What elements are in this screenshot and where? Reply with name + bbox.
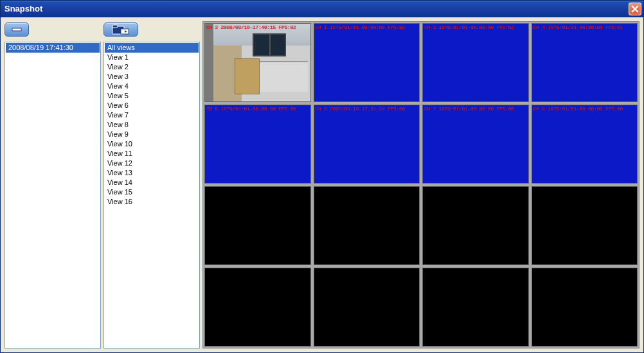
video-cell[interactable]: CH 6 2008/08/19-17:31:24 FPS:00 (314, 105, 420, 184)
window-title: Snapshot (4, 4, 629, 13)
view-item[interactable]: View 1 (105, 53, 199, 62)
view-item[interactable]: View 8 (105, 120, 199, 130)
svg-rect-2 (112, 25, 118, 28)
video-cell[interactable] (314, 186, 420, 265)
view-item[interactable]: View 4 (105, 82, 199, 91)
video-overlay-text: CH 4 1970/01/01-00:00:00 FPS:01 (533, 24, 623, 30)
video-grid: CH 2 2008/08/19-17:40:15 FPS:02CH 1 1970… (202, 21, 640, 349)
minus-icon (11, 26, 22, 33)
collapse-button[interactable] (4, 22, 29, 37)
left-toolbar (4, 21, 101, 38)
video-thumbnail (205, 24, 310, 101)
video-cell[interactable]: CH 7 1970/01/01-00:00:00 FPS:00 (422, 105, 529, 184)
video-cell[interactable] (204, 186, 311, 265)
timestamp-item[interactable]: 2008/08/19 17:41:30 (6, 43, 100, 53)
video-cell[interactable]: CH 8 1970/01/01-00:00:00 FPS:00 (532, 105, 638, 184)
timestamp-panel: 2008/08/19 17:41:30 (4, 21, 101, 349)
content-area: 2008/08/19 17:41:30 All viewsView 1View … (1, 17, 643, 352)
timestamp-list[interactable]: 2008/08/19 17:41:30 (4, 42, 101, 349)
view-item[interactable]: View 2 (105, 62, 199, 72)
mid-toolbar (103, 21, 200, 38)
video-cell[interactable] (422, 186, 529, 265)
video-overlay-text: CH 7 1970/01/01-00:00:00 FPS:00 (424, 106, 514, 112)
titlebar: Snapshot (1, 1, 643, 17)
close-button[interactable] (629, 3, 641, 15)
view-item[interactable]: All views (105, 43, 199, 53)
view-item[interactable]: View 10 (105, 139, 199, 149)
video-overlay-text: CH 3 1970/01/01-00:00:00 FPS:02 (424, 24, 514, 30)
video-overlay-text: CH 1 1970/01/01-00:00:00 FPS:02 (316, 24, 406, 30)
snapshot-window: Snapshot 2008/08/19 17:41:30 (0, 0, 644, 353)
view-item[interactable]: View 3 (105, 72, 199, 82)
video-overlay-text: CH 8 1970/01/01-00:00:00 FPS:00 (533, 106, 623, 112)
close-icon (631, 5, 639, 13)
view-item[interactable]: View 13 (105, 168, 199, 178)
view-item[interactable]: View 12 (105, 159, 199, 168)
video-cell[interactable]: CH 4 1970/01/01-00:00:00 FPS:01 (532, 23, 638, 102)
view-item[interactable]: View 5 (105, 91, 199, 101)
view-item[interactable]: View 15 (105, 187, 199, 197)
video-cell[interactable]: CH 1 1970/01/01-00:00:00 FPS:02 (314, 23, 420, 102)
video-overlay-text: CH 2 2008/08/19-17:40:15 FPS:02 (206, 24, 296, 30)
video-cell[interactable]: CH 3 1970/01/01-00:00:00 FPS:02 (422, 23, 529, 102)
views-list[interactable]: All viewsView 1View 2View 3View 4View 5V… (103, 42, 200, 349)
view-item[interactable]: View 7 (105, 110, 199, 120)
export-button[interactable] (103, 22, 138, 37)
video-cell[interactable] (532, 268, 638, 347)
video-cell[interactable]: CH 5 1970/01/01-00:00:00 FPS:00 (204, 105, 311, 184)
view-item[interactable]: View 9 (105, 130, 199, 139)
video-cell[interactable] (532, 186, 638, 265)
view-item[interactable]: View 11 (105, 149, 199, 159)
view-item[interactable]: View 16 (105, 197, 199, 207)
video-cell[interactable] (204, 268, 311, 347)
svg-rect-0 (12, 28, 21, 31)
video-overlay-text: CH 6 2008/08/19-17:31:24 FPS:00 (316, 106, 406, 112)
video-overlay-text: CH 5 1970/01/01-00:00:00 FPS:00 (206, 106, 296, 112)
folder-export-icon (112, 24, 130, 35)
video-cell[interactable] (422, 268, 529, 347)
view-item[interactable]: View 6 (105, 101, 199, 110)
views-panel: All viewsView 1View 2View 3View 4View 5V… (103, 21, 200, 349)
view-item[interactable]: View 14 (105, 178, 199, 187)
video-cell[interactable]: CH 2 2008/08/19-17:40:15 FPS:02 (204, 23, 311, 102)
video-cell[interactable] (314, 268, 420, 347)
